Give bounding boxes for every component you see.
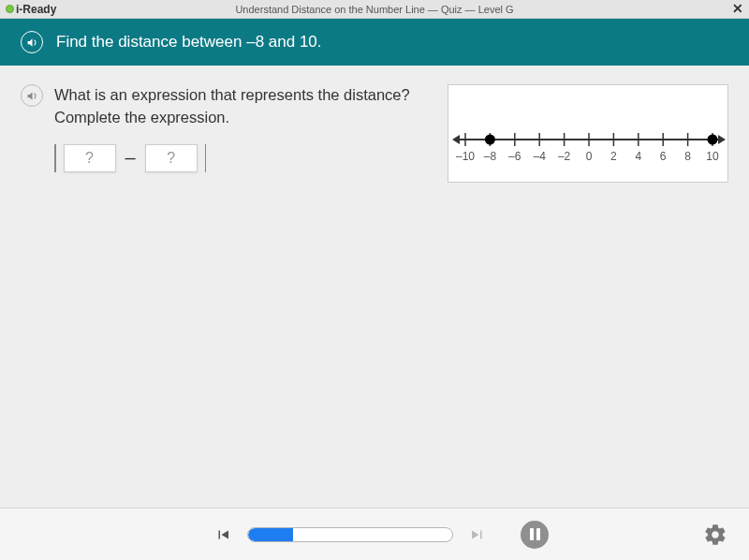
svg-text:8: 8 bbox=[684, 150, 691, 163]
abs-bar-left-icon bbox=[54, 144, 56, 172]
instruction-banner: Find the distance between –8 and 10. bbox=[0, 19, 749, 66]
skip-back-icon bbox=[214, 526, 231, 543]
skip-forward-icon bbox=[469, 526, 486, 543]
svg-text:–4: –4 bbox=[534, 150, 547, 163]
question-block: What is an expression that represents th… bbox=[54, 84, 425, 172]
svg-text:–10: –10 bbox=[456, 150, 475, 163]
speaker-icon bbox=[26, 90, 38, 102]
svg-point-26 bbox=[708, 135, 718, 145]
svg-text:4: 4 bbox=[635, 150, 641, 163]
content-area: What is an expression that represents th… bbox=[0, 66, 749, 508]
audio-button-question[interactable] bbox=[21, 84, 43, 107]
audio-button-banner[interactable] bbox=[21, 31, 43, 53]
title-bar: i-Ready Understand Distance on the Numbe… bbox=[0, 0, 749, 19]
svg-text:–6: –6 bbox=[508, 150, 521, 163]
footer-bar bbox=[0, 508, 749, 560]
number-line-panel: –10–8–6–4–20246810 bbox=[448, 84, 728, 183]
expression-input-1[interactable]: ? bbox=[64, 144, 116, 172]
speaker-icon bbox=[26, 37, 38, 49]
svg-text:10: 10 bbox=[706, 150, 719, 163]
svg-marker-2 bbox=[718, 135, 726, 144]
instruction-text: Find the distance between –8 and 10. bbox=[56, 33, 322, 52]
lesson-title: Understand Distance on the Number Line —… bbox=[0, 4, 749, 15]
abs-bar-right-icon bbox=[205, 144, 207, 172]
svg-point-25 bbox=[485, 135, 495, 145]
svg-text:2: 2 bbox=[610, 150, 617, 163]
brand-text: i-Ready bbox=[16, 3, 56, 16]
next-button bbox=[468, 525, 487, 544]
pause-button[interactable] bbox=[521, 521, 549, 549]
svg-text:6: 6 bbox=[660, 150, 667, 163]
brand: i-Ready bbox=[6, 3, 56, 16]
expression-input-2[interactable]: ? bbox=[145, 144, 198, 172]
svg-text:–8: –8 bbox=[484, 150, 497, 163]
svg-text:0: 0 bbox=[586, 150, 593, 163]
progress-bar[interactable] bbox=[247, 527, 453, 542]
progress-fill bbox=[248, 528, 293, 541]
number-line-chart: –10–8–6–4–20246810 bbox=[448, 85, 729, 184]
minus-operator: – bbox=[124, 147, 138, 169]
settings-button[interactable] bbox=[702, 522, 728, 548]
question-column: What is an expression that represents th… bbox=[21, 84, 425, 172]
question-text: What is an expression that represents th… bbox=[54, 84, 425, 129]
first-button[interactable] bbox=[213, 525, 232, 544]
brand-dot-icon bbox=[6, 5, 14, 13]
close-button[interactable]: ✕ bbox=[732, 1, 743, 16]
expression-row: ? – ? bbox=[54, 144, 425, 172]
gear-icon bbox=[703, 523, 727, 547]
svg-text:–2: –2 bbox=[558, 150, 571, 163]
pause-icon bbox=[530, 528, 540, 540]
svg-marker-1 bbox=[452, 135, 460, 144]
